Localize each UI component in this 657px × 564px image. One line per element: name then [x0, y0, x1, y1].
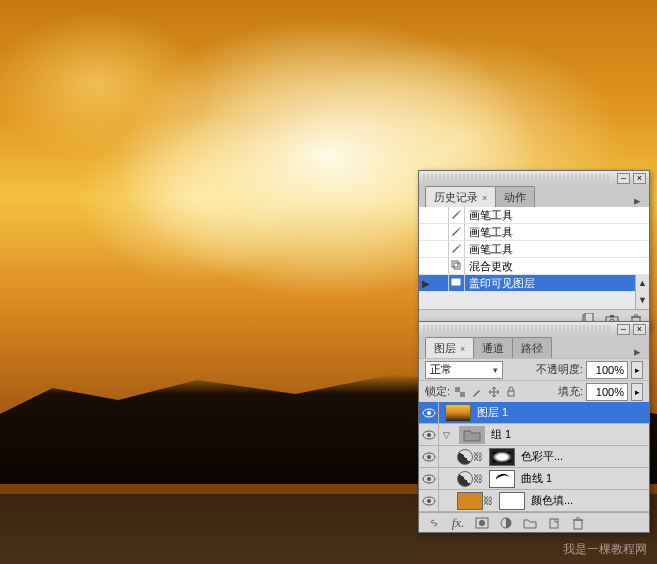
- layers-footer: fx.: [419, 512, 649, 532]
- panel-menu-button[interactable]: ▸: [629, 344, 645, 358]
- tab-actions[interactable]: 动作: [495, 186, 535, 207]
- tab-label: 动作: [504, 191, 526, 203]
- layer-item[interactable]: ⛓ 颜色填...: [419, 490, 649, 512]
- svg-rect-0: [452, 261, 458, 267]
- visibility-toggle[interactable]: [419, 468, 439, 490]
- scroll-up-button[interactable]: ▲: [635, 275, 649, 292]
- fill-input[interactable]: 100%: [586, 383, 628, 401]
- menu-icon: ▸: [634, 193, 641, 208]
- svg-point-26: [479, 520, 485, 526]
- new-layer-button[interactable]: [543, 514, 565, 532]
- chevron-down-icon: ▾: [493, 365, 498, 375]
- brush-icon: [450, 242, 464, 256]
- scroll-down-button[interactable]: ▼: [635, 292, 649, 309]
- history-item-label: 画笔工具: [465, 242, 649, 257]
- lock-transparency-button[interactable]: [453, 385, 467, 399]
- layer-item[interactable]: ⛓ 曲线 1: [419, 468, 649, 490]
- history-tabs: 历史记录× 动作 ▸: [419, 185, 649, 207]
- new-adjustment-button[interactable]: [495, 514, 517, 532]
- tab-layers[interactable]: 图层×: [425, 337, 474, 358]
- tab-channels[interactable]: 通道: [473, 337, 513, 358]
- history-titlebar[interactable]: – ×: [419, 171, 649, 185]
- svg-point-16: [427, 411, 431, 415]
- tab-history[interactable]: 历史记录×: [425, 186, 496, 207]
- fill-label: 填充:: [558, 384, 583, 399]
- adjustment-icon[interactable]: [457, 471, 473, 487]
- blend-mode-value: 正常: [430, 362, 452, 377]
- tab-label: 路径: [521, 342, 543, 354]
- svg-point-18: [427, 433, 431, 437]
- lock-all-button[interactable]: [504, 385, 518, 399]
- group-toggle[interactable]: ▽: [439, 430, 453, 440]
- new-group-button[interactable]: [519, 514, 541, 532]
- layer-thumbnail[interactable]: [445, 404, 471, 422]
- layer-group-item[interactable]: ▽ 组 1: [419, 424, 649, 446]
- layers-titlebar[interactable]: – ×: [419, 322, 649, 336]
- opacity-input[interactable]: 100%: [586, 361, 628, 379]
- visibility-toggle[interactable]: [419, 424, 439, 446]
- history-item[interactable]: 画笔工具: [419, 241, 649, 258]
- layer-name[interactable]: 色彩平...: [515, 449, 649, 464]
- visibility-toggle[interactable]: [419, 446, 439, 468]
- stamp-icon: [450, 276, 464, 290]
- layer-name[interactable]: 颜色填...: [525, 493, 649, 508]
- layer-item[interactable]: ⛓ 色彩平...: [419, 446, 649, 468]
- history-item-label: 画笔工具: [465, 208, 649, 223]
- history-item[interactable]: ▶ 盖印可见图层 ▲: [419, 275, 649, 292]
- opacity-flyout-button[interactable]: ▸: [631, 361, 643, 379]
- mask-thumbnail[interactable]: [499, 492, 525, 510]
- layers-tabs: 图层× 通道 路径 ▸: [419, 336, 649, 358]
- fill-value: 100%: [596, 386, 624, 398]
- add-mask-button[interactable]: [471, 514, 493, 532]
- layer-name[interactable]: 曲线 1: [515, 471, 649, 486]
- history-item[interactable]: 画笔工具: [419, 224, 649, 241]
- visibility-toggle[interactable]: [419, 490, 439, 512]
- close-button[interactable]: ×: [633, 173, 646, 184]
- panel-menu-button[interactable]: ▸: [629, 193, 645, 207]
- link-icon[interactable]: ⛓: [473, 451, 483, 462]
- adjustment-icon[interactable]: [457, 449, 473, 465]
- link-icon[interactable]: ⛓: [483, 495, 493, 506]
- lock-position-button[interactable]: [487, 385, 501, 399]
- lock-fill-row: 锁定: 填充: 100% ▸: [419, 380, 649, 402]
- blend-mode-select[interactable]: 正常 ▾: [425, 361, 503, 379]
- mask-thumbnail[interactable]: [489, 470, 515, 488]
- opacity-label: 不透明度:: [536, 362, 583, 377]
- svg-rect-29: [574, 520, 582, 529]
- history-item-label: 画笔工具: [465, 225, 649, 240]
- tab-label: 历史记录: [434, 191, 478, 203]
- tab-paths[interactable]: 路径: [512, 337, 552, 358]
- history-item[interactable]: 混合更改: [419, 258, 649, 275]
- layer-name[interactable]: 图层 1: [471, 405, 649, 420]
- tab-close-icon[interactable]: ×: [460, 344, 465, 354]
- fill-flyout-button[interactable]: ▸: [631, 383, 643, 401]
- delete-layer-button[interactable]: [567, 514, 589, 532]
- history-item[interactable]: 画笔工具: [419, 207, 649, 224]
- lock-pixels-button[interactable]: [470, 385, 484, 399]
- layers-panel: – × 图层× 通道 路径 ▸ 正常 ▾ 不透明度: 100% ▸ 锁定: 填充…: [418, 321, 650, 533]
- link-icon[interactable]: ⛓: [473, 473, 483, 484]
- folder-icon: [459, 426, 485, 444]
- close-button[interactable]: ×: [633, 324, 646, 335]
- mask-thumbnail[interactable]: [489, 448, 515, 466]
- fill-thumbnail[interactable]: [457, 492, 483, 510]
- svg-rect-8: [610, 315, 614, 317]
- link-layers-button[interactable]: [423, 514, 445, 532]
- brush-icon: [450, 225, 464, 239]
- layer-item[interactable]: 图层 1: [419, 402, 649, 424]
- minimize-button[interactable]: –: [617, 324, 630, 335]
- lock-label: 锁定:: [425, 384, 450, 399]
- history-current-marker: ▶: [419, 278, 433, 289]
- history-panel: – × 历史记录× 动作 ▸ 画笔工具 画笔工具 画笔工具 混合更改 ▶ 盖印可…: [418, 170, 650, 330]
- opacity-value: 100%: [596, 364, 624, 376]
- layer-style-button[interactable]: fx.: [447, 514, 469, 532]
- blend-icon: [450, 259, 464, 273]
- visibility-toggle[interactable]: [419, 402, 439, 424]
- layer-name[interactable]: 组 1: [485, 427, 649, 442]
- minimize-button[interactable]: –: [617, 173, 630, 184]
- tab-close-icon[interactable]: ×: [482, 193, 487, 203]
- menu-icon: ▸: [634, 344, 641, 359]
- svg-point-22: [427, 477, 431, 481]
- brush-icon: [450, 208, 464, 222]
- svg-point-24: [427, 499, 431, 503]
